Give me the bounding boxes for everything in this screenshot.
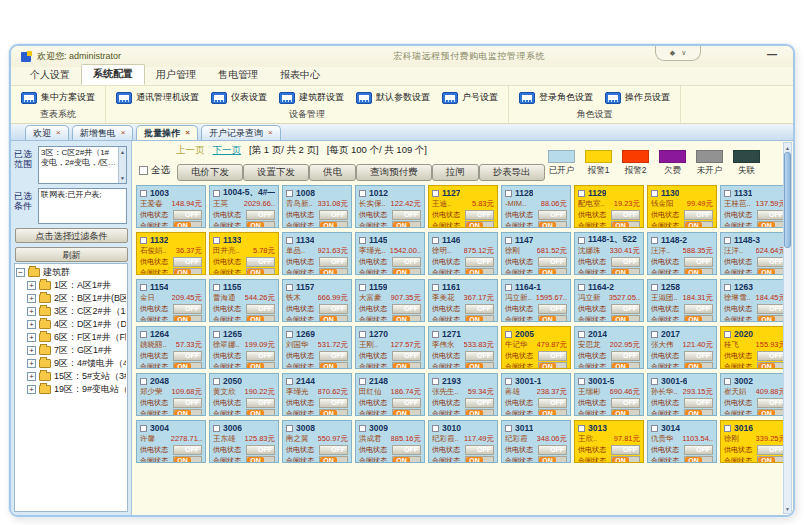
card-checkbox[interactable]: [505, 425, 512, 432]
expand-icon[interactable]: +: [27, 281, 36, 290]
switch-status-toggle[interactable]: ON: [173, 456, 202, 463]
card-checkbox[interactable]: [140, 425, 147, 432]
card-checkbox[interactable]: [359, 331, 366, 338]
supply-status-toggle[interactable]: OFF: [319, 398, 348, 408]
page-tab[interactable]: 开户记录查询×: [201, 125, 281, 140]
card-checkbox[interactable]: [432, 237, 439, 244]
meter-card[interactable]: 1008青岛新..331.08元供电状态OFF合闸状态ON: [282, 185, 352, 228]
card-checkbox[interactable]: [578, 378, 585, 385]
switch-status-toggle[interactable]: ON: [465, 221, 494, 228]
ribbon-toggle[interactable]: ◆ ∨: [655, 46, 701, 61]
card-checkbox[interactable]: [724, 284, 731, 291]
meter-card[interactable]: 1131王桂芭..137.59元供电状态OFF合闸状态ON: [720, 185, 790, 228]
switch-status-toggle[interactable]: ON: [757, 456, 786, 463]
supply-status-toggle[interactable]: OFF: [392, 304, 421, 314]
switch-status-toggle[interactable]: ON: [611, 362, 640, 369]
meter-card[interactable]: 1130钱金阳99.49元供电状态OFF合闸状态ON: [647, 185, 717, 228]
card-checkbox[interactable]: [359, 284, 366, 291]
supply-status-toggle[interactable]: OFF: [392, 445, 421, 455]
card-checkbox[interactable]: [213, 378, 220, 385]
meter-card[interactable]: 1154金日209.45元供电状态OFF合闸状态ON: [136, 279, 206, 322]
card-checkbox[interactable]: [359, 190, 366, 197]
meter-card[interactable]: 1132石俊娟..36.37元供电状态OFF合闸状态ON: [136, 232, 206, 275]
switch-status-toggle[interactable]: ON: [684, 221, 713, 228]
switch-status-toggle[interactable]: ON: [246, 268, 275, 275]
tree-item[interactable]: +19区：9#变电站（2#…: [16, 383, 126, 396]
scroll-up-icon[interactable]: ▲: [120, 147, 125, 157]
supply-status-toggle[interactable]: OFF: [173, 257, 202, 267]
card-checkbox[interactable]: [651, 284, 658, 291]
tree-root[interactable]: − 建筑群: [16, 266, 126, 279]
supply-status-toggle[interactable]: OFF: [319, 304, 348, 314]
toolbar-button[interactable]: 通讯管理机设置: [110, 89, 205, 106]
meter-card[interactable]: 2050黄文欣190.22元供电状态OFF合闸状态ON: [209, 373, 279, 416]
page-tab[interactable]: 批量操作×: [136, 125, 198, 140]
close-icon[interactable]: ×: [56, 129, 61, 137]
switch-status-toggle[interactable]: ON: [319, 409, 348, 416]
supply-status-toggle[interactable]: OFF: [319, 210, 348, 220]
expand-icon[interactable]: +: [27, 333, 36, 342]
switch-status-toggle[interactable]: ON: [611, 268, 640, 275]
switch-status-toggle[interactable]: ON: [392, 362, 421, 369]
menu-tab[interactable]: 报表中心: [269, 66, 331, 85]
page-tab[interactable]: 欢迎×: [25, 125, 69, 140]
meter-card[interactable]: 2017张大伟121.40元供电状态OFF合闸状态ON: [647, 326, 717, 369]
tree-item[interactable]: +1区：A区1#井: [16, 279, 126, 292]
supply-status-toggle[interactable]: OFF: [538, 304, 567, 314]
switch-status-toggle[interactable]: ON: [538, 315, 567, 322]
meter-card[interactable]: 2193张先生..59.34元供电状态OFF合闸状态ON: [428, 373, 498, 416]
supply-status-toggle[interactable]: OFF: [611, 257, 640, 267]
supply-status-toggle[interactable]: OFF: [173, 351, 202, 361]
meter-card[interactable]: 1134单品..921.63元供电状态OFF合闸状态ON: [282, 232, 352, 275]
supply-status-toggle[interactable]: OFF: [538, 351, 567, 361]
switch-status-toggle[interactable]: ON: [538, 456, 567, 463]
switch-status-toggle[interactable]: ON: [757, 362, 786, 369]
meter-card[interactable]: 2148田红仙186.74元供电状态OFF合闸状态ON: [355, 373, 425, 416]
card-checkbox[interactable]: [432, 284, 439, 291]
switch-status-toggle[interactable]: ON: [465, 315, 494, 322]
switch-status-toggle[interactable]: ON: [684, 362, 713, 369]
switch-status-toggle[interactable]: ON: [538, 362, 567, 369]
supply-status-toggle[interactable]: OFF: [684, 398, 713, 408]
switch-status-toggle[interactable]: ON: [173, 221, 202, 228]
expand-icon[interactable]: +: [27, 372, 36, 381]
card-checkbox[interactable]: [286, 190, 293, 197]
toolbar-button[interactable]: 建筑群设置: [273, 89, 350, 106]
switch-status-toggle[interactable]: ON: [173, 268, 202, 275]
meter-card[interactable]: 3001-6孙长华..293.15元供电状态OFF合闸状态ON: [647, 373, 717, 416]
card-checkbox[interactable]: [432, 378, 439, 385]
supply-status-toggle[interactable]: OFF: [684, 210, 713, 220]
card-checkbox[interactable]: [651, 237, 658, 244]
supply-status-toggle[interactable]: OFF: [538, 257, 567, 267]
meter-card[interactable]: 2005牛记华479.87元供电状态OFF合闸状态ON: [501, 326, 571, 369]
supply-status-toggle[interactable]: OFF: [757, 351, 786, 361]
card-checkbox[interactable]: [578, 284, 585, 291]
meter-card[interactable]: 1161李美花367.17元供电状态OFF合闸状态ON: [428, 279, 498, 322]
card-checkbox[interactable]: [651, 190, 658, 197]
card-checkbox[interactable]: [213, 237, 220, 244]
vertical-scrollbar[interactable]: ▲ ▼: [783, 142, 792, 514]
card-checkbox[interactable]: [724, 331, 731, 338]
meter-card[interactable]: 1271李伟永533.83元供电状态OFF合闸状态ON: [428, 326, 498, 369]
tree-item[interactable]: +3区：C区2#井（1#变…: [16, 305, 126, 318]
meter-card[interactable]: 1145李瑾光..1542.00..供电状态OFF合闸状态ON: [355, 232, 425, 275]
meter-card[interactable]: 1269刘国华531.72元供电状态OFF合闸状态ON: [282, 326, 352, 369]
card-checkbox[interactable]: [724, 190, 731, 197]
supply-status-toggle[interactable]: OFF: [684, 304, 713, 314]
switch-status-toggle[interactable]: ON: [611, 221, 640, 228]
switch-status-toggle[interactable]: ON: [684, 456, 713, 463]
card-checkbox[interactable]: [432, 190, 439, 197]
tree-item[interactable]: +9区：4#馈电井（4#馈…: [16, 357, 126, 370]
tree-item[interactable]: +7区：G区1#井: [16, 344, 126, 357]
menu-tab[interactable]: 系统配置: [81, 64, 145, 85]
meter-card[interactable]: 1148-2汪洋..588.35元供电状态OFF合闸状态ON: [647, 232, 717, 275]
card-checkbox[interactable]: [359, 378, 366, 385]
switch-status-toggle[interactable]: ON: [246, 409, 275, 416]
card-checkbox[interactable]: [505, 284, 512, 291]
next-page-link[interactable]: 下一页: [213, 144, 242, 157]
switch-status-toggle[interactable]: ON: [611, 456, 640, 463]
switch-status-toggle[interactable]: ON: [246, 362, 275, 369]
card-checkbox[interactable]: [724, 378, 731, 385]
meter-card[interactable]: 1164-1冯立新..1595.67..供电状态OFF合闸状态ON: [501, 279, 571, 322]
card-checkbox[interactable]: [286, 378, 293, 385]
